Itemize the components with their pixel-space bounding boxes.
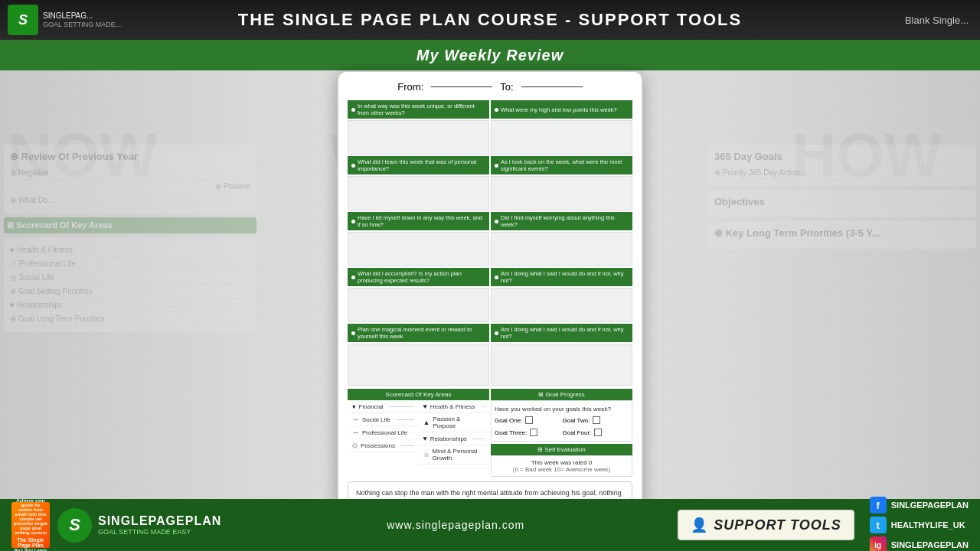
- facebook-handle: SINLGEPAGEPLAN: [891, 500, 969, 510]
- logo-name: SINGLEPAGEPLAN: [98, 514, 221, 528]
- goal-progress-section: ⊞ Goal Progress Have you worked on your …: [491, 389, 632, 477]
- q3-left-answer[interactable]: [348, 232, 489, 266]
- scorecard-item-financial: ♦Financial: [348, 400, 419, 413]
- book-image: Achieve your goals no matter how small w…: [11, 502, 50, 548]
- bottom-left: Achieve your goals no matter how small w…: [0, 502, 245, 548]
- subtitle-bar: My Weekly Review: [0, 40, 980, 70]
- social-facebook[interactable]: f SINLGEPAGEPLAN: [870, 497, 969, 514]
- social-links: f SINLGEPAGEPLAN t HEALTHYLIFE_UK ig SIN…: [870, 497, 969, 551]
- social-twitter[interactable]: t HEALTHYLIFE_UK: [870, 517, 969, 533]
- goal-four-checkbox[interactable]: [594, 429, 602, 436]
- question-section-4: What did I accomplish? Is my action plan…: [348, 268, 632, 322]
- scorecard-item-mind: ☆Mind & Personal Growth: [419, 445, 490, 465]
- q5-left-answer[interactable]: [348, 344, 489, 386]
- twitter-icon: t: [870, 517, 887, 533]
- bg-sidebar-right: 365 Day Goals ⊕ Priority 365 Day Action.…: [704, 141, 980, 551]
- q4-left-header: What did I accomplish? Is my action plan…: [348, 268, 489, 286]
- logo-letter: S: [57, 508, 92, 543]
- support-tools-icon: 👤: [691, 517, 707, 533]
- scorecard-section: Scorecard Of Key Areas ♦Financial ↔Socia…: [348, 389, 489, 477]
- goal-question: Have you worked on your goals this week?: [495, 406, 629, 412]
- top-header: S SINGLEPAG...GOAL SETTING MADE... THE S…: [0, 0, 980, 40]
- q3-right-header: Did I find myself worrying about anythin…: [491, 212, 632, 230]
- scorecard-item-possessions: ◇Possessions: [348, 439, 419, 452]
- q1-left-answer[interactable]: [348, 120, 489, 155]
- goal-two-checkbox[interactable]: [593, 416, 600, 424]
- self-eval-header: ⊞ Self Evaluation: [491, 444, 632, 455]
- q5-left-header: Plan one magical moment event or reward …: [348, 324, 489, 342]
- q3-left-header: Have I let myself down in any way this w…: [348, 212, 489, 230]
- scorecard-item-passion: ▲Passion & Purpose: [419, 413, 490, 432]
- q3-right-answer[interactable]: [491, 232, 632, 266]
- bottom-bar: Achieve your goals no matter how small w…: [0, 499, 980, 551]
- header-logo: S SINGLEPAG...GOAL SETTING MADE...: [8, 5, 121, 35]
- to-date-line[interactable]: [521, 86, 583, 87]
- logo-area: S SINGLEPAGEPLAN GOAL SETTING MADE EASY: [57, 508, 221, 543]
- self-eval-box: This week was rated 0 (0 = Bad week 10= …: [491, 455, 632, 477]
- goal-three-checkbox[interactable]: [530, 429, 537, 436]
- instagram-icon: ig: [870, 536, 887, 551]
- bottom-right: 👤 Support Tools f SINLGEPAGEPLAN t HEALT…: [666, 497, 980, 551]
- q2-right-header: As I look back on the week, what were th…: [491, 156, 632, 174]
- bg-sidebar-left: ⊕ Review Of Previous Year ⊖ Negative ⊕ P…: [0, 141, 260, 551]
- question-section-2: What did I learn this week that was of p…: [348, 156, 632, 210]
- q4-right-answer[interactable]: [491, 288, 632, 322]
- scorecard-item-health: ♥Health & Fitness: [419, 400, 490, 413]
- logo-tagline: GOAL SETTING MADE EASY: [98, 528, 221, 536]
- q5-right-answer[interactable]: [491, 344, 632, 386]
- twitter-handle: HEALTHYLIFE_UK: [891, 520, 965, 530]
- scorecard-item-relationships: ♥Relationships: [419, 432, 490, 445]
- instagram-handle: SINGLEPAGEPLAN: [891, 540, 969, 549]
- support-tools-box[interactable]: 👤 Support Tools: [678, 510, 854, 540]
- goal-progress-header: ⊞ Goal Progress: [491, 389, 632, 400]
- goal-one-row: Goal One:: [495, 416, 561, 424]
- scorecard-item-professional: ↔Professional Life: [348, 426, 419, 439]
- support-tools-label: Support Tools: [714, 517, 841, 533]
- from-label: From:: [397, 81, 423, 93]
- q4-left-answer[interactable]: [348, 288, 489, 322]
- date-row: From: To:: [348, 81, 632, 93]
- question-section-3: Have I let myself down in any way this w…: [348, 212, 632, 266]
- subtitle-text: My Weekly Review: [416, 47, 564, 64]
- bottom-website: www.singlepageplan.com: [245, 519, 666, 531]
- main-card: From: To: In what way was this week uniq…: [337, 70, 643, 525]
- scorecard-header: Scorecard Of Key Areas: [348, 389, 489, 400]
- facebook-icon: f: [870, 497, 887, 514]
- goal-three-row: Goal Three:: [495, 429, 561, 436]
- scorecard-left: ♦Financial ↔Social Life ↔Professional Li…: [348, 400, 419, 465]
- q5-right-header: Am I doing what I said I would do and if…: [491, 324, 632, 342]
- q1-left-header: In what way was this week unique, or dif…: [348, 100, 489, 119]
- logo-text: SINGLEPAGEPLAN GOAL SETTING MADE EASY: [98, 514, 221, 536]
- scorecard-right: ♥Health & Fitness ▲Passion & Purpose ♥Re…: [419, 400, 490, 465]
- q2-right-answer[interactable]: [491, 176, 632, 210]
- q2-left-answer[interactable]: [348, 176, 489, 210]
- q4-right-header: Am I doing what I said I would do and if…: [491, 268, 632, 286]
- page-title: THE SINGLE PAGE PLAN COURSE - SUPPORT TO…: [238, 10, 742, 30]
- q1-right-answer[interactable]: [491, 120, 632, 155]
- q1-right-header: What were my high and low points this we…: [491, 100, 632, 119]
- goal-four-row: Goal Four:: [563, 429, 629, 436]
- user-info: Blank Single...: [905, 15, 969, 26]
- to-label: To:: [500, 81, 513, 93]
- goal-two-row: Goal Two:: [563, 416, 629, 424]
- social-instagram[interactable]: ig SINGLEPAGEPLAN: [870, 536, 969, 551]
- q2-left-header: What did I learn this week that was of p…: [348, 156, 489, 174]
- goal-one-checkbox[interactable]: [525, 416, 533, 424]
- question-section-1: In what way was this week unique, or dif…: [348, 100, 632, 155]
- question-section-5: Plan one magical moment event or reward …: [348, 324, 632, 386]
- scorecard-item-social: ↔Social Life: [348, 413, 419, 426]
- from-date-line[interactable]: [431, 86, 492, 87]
